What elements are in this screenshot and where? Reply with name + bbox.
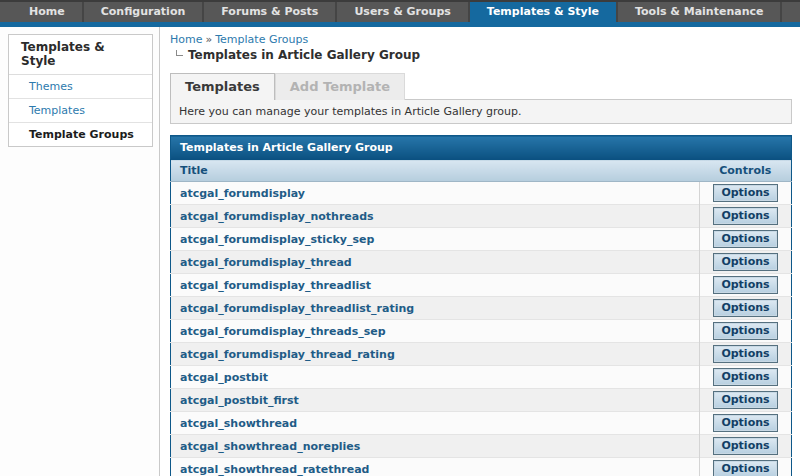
options-button[interactable]: Options (713, 368, 777, 386)
options-button[interactable]: Options (713, 322, 777, 340)
table-row: atcgal_forumdisplay_threads_sep Options (171, 320, 792, 343)
table-row: atcgal_showthread Options (171, 412, 792, 435)
template-title-link[interactable]: atcgal_forumdisplay_threadlist_rating (180, 302, 414, 315)
template-title-link[interactable]: atcgal_showthread (180, 417, 297, 430)
table-row: atcgal_forumdisplay_sticky_sep Options (171, 228, 792, 251)
template-title-link[interactable]: atcgal_postbit (180, 371, 268, 384)
column-header-title: Title (171, 160, 700, 182)
tab-description: Here you can manage your templates in Ar… (170, 99, 792, 124)
main-content: Home»Template Groups Templates in Articl… (160, 27, 800, 476)
table-row: atcgal_forumdisplay_threadlist Options (171, 274, 792, 297)
sidebar-item-templates[interactable]: Templates (9, 99, 152, 123)
nav-tab-forums-posts[interactable]: Forums & Posts (204, 2, 337, 22)
template-title-link[interactable]: atcgal_forumdisplay_sticky_sep (180, 233, 374, 246)
breadcrumb-separator: » (205, 33, 212, 46)
top-navigation: HomeConfigurationForums & PostsUsers & G… (0, 0, 800, 22)
template-title-link[interactable]: atcgal_forumdisplay_nothreads (180, 210, 374, 223)
sidebar-title: Templates & Style (9, 35, 152, 75)
breadcrumb-link-template-groups[interactable]: Template Groups (215, 33, 308, 46)
breadcrumb-link-home[interactable]: Home (170, 33, 202, 46)
template-title-link[interactable]: atcgal_forumdisplay_thread_rating (180, 348, 395, 361)
options-button[interactable]: Options (713, 276, 777, 294)
table-row: atcgal_postbit_first Options (171, 389, 792, 412)
tab-strip: Templates Add Template (170, 73, 792, 99)
options-button[interactable]: Options (713, 253, 777, 271)
column-header-controls: Controls (700, 160, 792, 182)
template-title-link[interactable]: atcgal_forumdisplay_threadlist (180, 279, 371, 292)
nav-tab-home[interactable]: Home (12, 2, 84, 22)
breadcrumb: Home»Template Groups (170, 33, 792, 46)
sidebar-box: Templates & Style ThemesTemplatesTemplat… (8, 34, 153, 147)
options-button[interactable]: Options (713, 460, 777, 476)
options-button[interactable]: Options (713, 345, 777, 363)
options-button[interactable]: Options (713, 184, 777, 202)
nav-tab-users-groups[interactable]: Users & Groups (337, 2, 469, 22)
table-row: atcgal_forumdisplay_nothreads Options (171, 205, 792, 228)
table-row: atcgal_showthread_noreplies Options (171, 435, 792, 458)
table-row: atcgal_forumdisplay Options (171, 182, 792, 205)
options-button[interactable]: Options (713, 391, 777, 409)
template-title-link[interactable]: atcgal_forumdisplay (180, 187, 305, 200)
tab-templates[interactable]: Templates (170, 73, 275, 100)
table-row: atcgal_forumdisplay_thread Options (171, 251, 792, 274)
sidebar-items: ThemesTemplatesTemplate Groups (9, 75, 152, 146)
page-title: Templates in Article Gallery Group (188, 48, 420, 62)
branch-icon (176, 50, 183, 56)
breadcrumb-current-line: Templates in Article Gallery Group (176, 48, 792, 62)
template-title-link[interactable]: atcgal_postbit_first (180, 394, 299, 407)
options-button[interactable]: Options (713, 414, 777, 432)
table-row: atcgal_forumdisplay_threadlist_rating Op… (171, 297, 792, 320)
template-title-link[interactable]: atcgal_showthread_ratethread (180, 463, 369, 476)
table-caption: Templates in Article Gallery Group (171, 136, 792, 160)
nav-tab-templates-style[interactable]: Templates & Style (470, 2, 618, 22)
sidebar: Templates & Style ThemesTemplatesTemplat… (0, 27, 160, 476)
admin-page: HomeConfigurationForums & PostsUsers & G… (0, 0, 800, 476)
nav-tab-tools-maintenance[interactable]: Tools & Maintenance (618, 2, 782, 22)
templates-table: Templates in Article Gallery Group Title… (170, 135, 792, 476)
table-row: atcgal_forumdisplay_thread_rating Option… (171, 343, 792, 366)
table-row: atcgal_postbit Options (171, 366, 792, 389)
sidebar-item-template-groups[interactable]: Template Groups (9, 123, 152, 146)
options-button[interactable]: Options (713, 299, 777, 317)
template-title-link[interactable]: atcgal_showthread_noreplies (180, 440, 360, 453)
table-row: atcgal_showthread_ratethread Options (171, 458, 792, 476)
options-button[interactable]: Options (713, 437, 777, 455)
template-title-link[interactable]: atcgal_forumdisplay_threads_sep (180, 325, 386, 338)
tab-add-template[interactable]: Add Template (275, 73, 405, 100)
options-button[interactable]: Options (713, 230, 777, 248)
sidebar-item-themes[interactable]: Themes (9, 75, 152, 99)
nav-tab-configuration[interactable]: Configuration (84, 2, 205, 22)
options-button[interactable]: Options (713, 207, 777, 225)
template-title-link[interactable]: atcgal_forumdisplay_thread (180, 256, 352, 269)
